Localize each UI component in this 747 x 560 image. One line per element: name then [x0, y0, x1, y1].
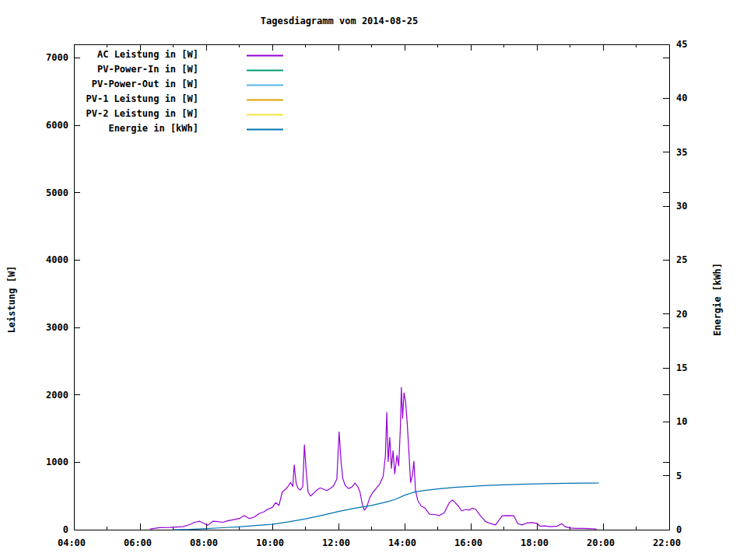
legend-item: PV-2 Leistung in [W] — [0, 107, 747, 122]
y-tick-label: 5000 — [46, 187, 68, 198]
legend-label: AC Leistung in [W] — [70, 49, 198, 60]
x-tick-label: 08:00 — [190, 537, 218, 548]
x-tick-label: 16:00 — [454, 537, 482, 548]
x-tick-label: 20:00 — [587, 537, 615, 548]
legend-item: Energie in [kWh] — [0, 122, 747, 137]
y-tick-label: 2000 — [46, 390, 68, 401]
y-tick-label: 3000 — [46, 322, 68, 333]
legend-item: PV-1 Leistung in [W] — [0, 93, 747, 107]
legend-line-sample — [247, 122, 284, 137]
legend-label: PV-Power-In in [W] — [70, 64, 198, 75]
y2-tick-label: 15 — [676, 362, 687, 373]
legend-item: PV-Power-In in [W] — [0, 63, 747, 78]
x-tick-label: 04:00 — [58, 537, 86, 548]
legend-line-sample — [247, 93, 284, 107]
x-tick-label: 10:00 — [256, 537, 284, 548]
y2-tick-label: 0 — [676, 524, 682, 535]
x-tick-label: 14:00 — [388, 537, 416, 548]
x-tick-label: 18:00 — [521, 537, 549, 548]
y2-tick-label: 35 — [676, 147, 687, 158]
legend-line-sample — [247, 107, 284, 122]
x-tick-label: 22:00 — [653, 537, 681, 548]
y2-tick-label: 20 — [676, 309, 687, 320]
chart-canvas: Tagesdiagramm vom 2014-08-25 Leistung [W… — [0, 0, 747, 560]
legend-label: PV-1 Leistung in [W] — [70, 93, 198, 104]
x-tick-label: 12:00 — [322, 537, 350, 548]
x-tick-label: 06:00 — [124, 537, 152, 548]
legend-label: PV-Power-Out in [W] — [70, 79, 198, 89]
y2-tick-label: 5 — [676, 471, 682, 481]
y-tick-label: 1000 — [46, 457, 68, 467]
legend-item: PV-Power-Out in [W] — [0, 78, 747, 93]
legend-line-sample — [247, 78, 284, 93]
legend-label: PV-2 Leistung in [W] — [70, 108, 198, 119]
y2-tick-label: 30 — [676, 201, 687, 212]
y2-tick-label: 25 — [676, 254, 687, 265]
legend-label: Energie in [kWh] — [70, 123, 198, 134]
legend-line-sample — [247, 63, 284, 78]
y-tick-label: 0 — [63, 524, 68, 535]
legend-item: AC Leistung in [W] — [0, 48, 747, 63]
series-line-1 — [150, 387, 597, 529]
y-tick-label: 4000 — [46, 254, 68, 265]
legend-line-sample — [247, 48, 284, 63]
y2-tick-label: 10 — [676, 416, 687, 427]
